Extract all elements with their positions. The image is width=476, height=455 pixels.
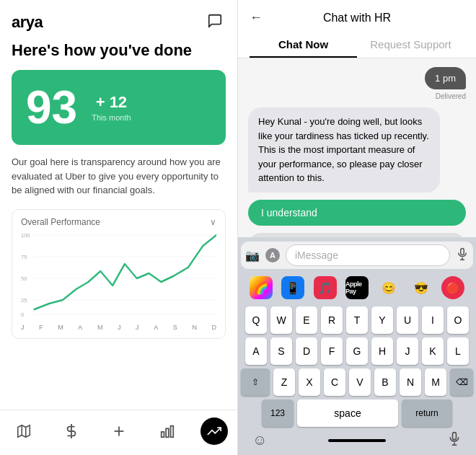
- delta-value: + 12: [96, 93, 127, 112]
- animoji-icon[interactable]: 😎: [410, 276, 433, 299]
- music-app-icon[interactable]: 🎵: [314, 276, 337, 299]
- key-o[interactable]: O: [447, 306, 469, 334]
- imessage-input[interactable]: iMessage: [286, 244, 450, 266]
- key-row-1: Q W E R T Y U I O: [241, 306, 473, 334]
- chat-icon-button[interactable]: [204, 10, 226, 34]
- chat-messages: 1 pm Delivered Hey Kunal - you're doing …: [238, 58, 476, 237]
- key-m[interactable]: M: [425, 368, 446, 396]
- keyboard-toolbar: 📷 A iMessage: [241, 242, 473, 269]
- chevron-down-icon[interactable]: ∨: [210, 217, 216, 227]
- back-button[interactable]: ←: [250, 10, 263, 25]
- keyboard-rows: Q W E R T Y U I O A S D F G H J K L: [241, 306, 473, 427]
- headline: Here's how you've done: [12, 41, 226, 60]
- key-g[interactable]: G: [346, 337, 368, 365]
- left-header: arya: [0, 0, 237, 41]
- plus-icon: [111, 423, 127, 439]
- key-shift[interactable]: ⇧: [241, 368, 270, 396]
- sent-message: 1 pm: [425, 67, 466, 89]
- key-x[interactable]: X: [299, 368, 320, 396]
- tab-chat-now[interactable]: Chat Now: [250, 32, 357, 58]
- tab-request-support[interactable]: Request Support: [357, 32, 464, 58]
- chat-icon: [207, 13, 223, 29]
- svg-text:50: 50: [21, 275, 27, 282]
- key-k[interactable]: K: [422, 337, 444, 365]
- key-s[interactable]: S: [270, 337, 292, 365]
- received-message: Hey Kunal - you're doing well, but looks…: [248, 107, 440, 193]
- key-z[interactable]: Z: [273, 368, 295, 396]
- description: Our goal here is transparency around how…: [12, 155, 226, 198]
- quick-reply-understand[interactable]: I understand: [248, 200, 466, 226]
- key-d[interactable]: D: [296, 337, 317, 365]
- svg-rect-16: [161, 432, 164, 437]
- key-backspace[interactable]: ⌫: [450, 368, 473, 396]
- key-space[interactable]: space: [297, 399, 398, 427]
- left-content: Here's how you've done 93 + 12 This mont…: [0, 41, 237, 410]
- chart-header: Overall Performance ∨: [21, 217, 216, 227]
- key-return[interactable]: return: [402, 399, 452, 427]
- right-title: Chat with HR: [270, 12, 444, 25]
- delta-label: This month: [92, 113, 131, 122]
- keyboard-bottom-bar: ☺: [241, 427, 473, 452]
- delivered-status: Delivered: [436, 92, 466, 100]
- nav-trending[interactable]: [200, 418, 228, 445]
- svg-rect-22: [452, 433, 456, 440]
- chat-tabs: Chat Now Request Support: [238, 32, 476, 58]
- nav-chart[interactable]: [153, 418, 182, 444]
- svg-text:75: 75: [21, 254, 27, 260]
- performance-chart: 100 75 50 25 0: [21, 231, 216, 318]
- key-l[interactable]: L: [447, 337, 469, 365]
- key-numbers[interactable]: 123: [262, 399, 294, 427]
- score-card: 93 + 12 This month: [12, 70, 226, 145]
- appstore-app-icon[interactable]: 📱: [281, 276, 304, 299]
- nav-map[interactable]: [9, 418, 38, 444]
- chart-title: Overall Performance: [21, 217, 100, 227]
- svg-text:0: 0: [21, 312, 24, 318]
- dollar-icon: [63, 423, 79, 439]
- photos-app-icon[interactable]: 🌈: [250, 276, 273, 299]
- score-delta: + 12 This month: [92, 93, 131, 122]
- mic-icon[interactable]: [456, 247, 469, 263]
- svg-text:25: 25: [21, 297, 27, 304]
- key-row-4: 123 space return: [241, 399, 473, 427]
- key-t[interactable]: T: [346, 306, 368, 334]
- key-q[interactable]: Q: [245, 306, 267, 334]
- chart-x-labels: J F M A M J J A S N D: [21, 324, 216, 331]
- key-r[interactable]: R: [321, 306, 343, 334]
- camera-icon[interactable]: 📷: [245, 249, 260, 262]
- home-indicator: [328, 439, 386, 442]
- emoji-icon[interactable]: ☺: [252, 432, 267, 449]
- chart-section: Overall Performance ∨ 100 75 50 25 0: [12, 209, 226, 339]
- key-y[interactable]: Y: [371, 306, 393, 334]
- key-e[interactable]: E: [296, 306, 317, 334]
- key-w[interactable]: W: [270, 306, 292, 334]
- key-v[interactable]: V: [349, 368, 371, 396]
- score-value: 93: [26, 84, 77, 131]
- dictation-icon[interactable]: [447, 431, 462, 449]
- key-i[interactable]: I: [422, 306, 444, 334]
- key-row-3: ⇧ Z X C V B N M ⌫: [241, 368, 473, 396]
- key-j[interactable]: J: [397, 337, 418, 365]
- key-n[interactable]: N: [400, 368, 421, 396]
- key-f[interactable]: F: [321, 337, 343, 365]
- memoji-icon[interactable]: 😊: [377, 276, 400, 299]
- bottom-nav: [0, 410, 237, 455]
- nav-plus[interactable]: [105, 418, 133, 444]
- key-h[interactable]: H: [371, 337, 393, 365]
- applepay-app-icon[interactable]: Apple Pay: [345, 276, 369, 299]
- svg-rect-19: [461, 249, 464, 255]
- ai-icon[interactable]: A: [265, 248, 280, 262]
- key-c[interactable]: C: [324, 368, 345, 396]
- nav-dollar[interactable]: [57, 418, 86, 444]
- trending-icon: [207, 424, 221, 438]
- bar-chart-icon: [159, 423, 175, 439]
- key-u[interactable]: U: [397, 306, 418, 334]
- svg-rect-18: [170, 426, 173, 438]
- svg-text:100: 100: [21, 232, 30, 239]
- key-row-2: A S D F G H J K L: [241, 337, 473, 365]
- left-panel: arya Here's how you've done 93 + 12 This…: [0, 0, 238, 455]
- key-a[interactable]: A: [245, 337, 267, 365]
- map-icon: [16, 423, 32, 439]
- svg-marker-10: [18, 425, 30, 438]
- red-app-icon[interactable]: 🔴: [441, 276, 464, 299]
- key-b[interactable]: B: [374, 368, 396, 396]
